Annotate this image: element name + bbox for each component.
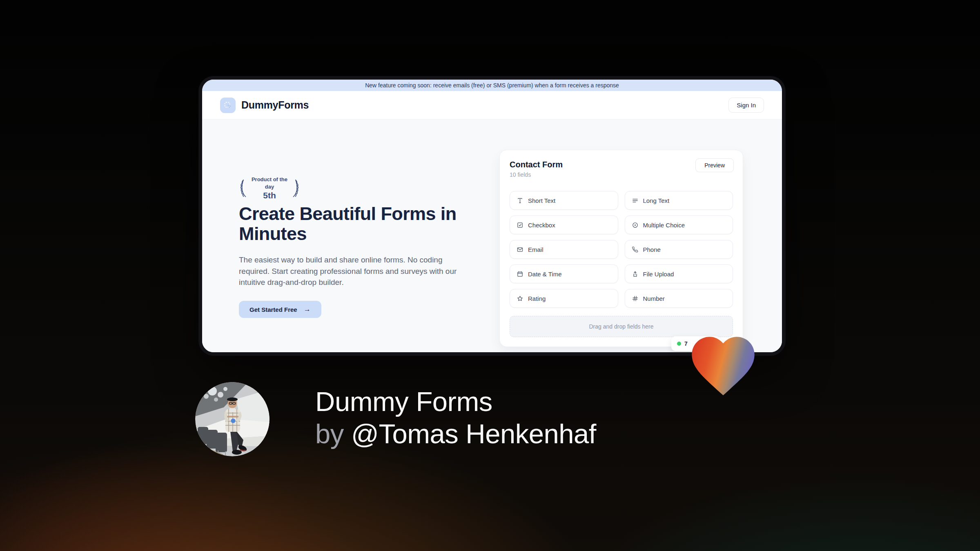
field-type-long-text[interactable]: Long Text [625,191,733,210]
field-type-grid: Short Text Long Text Checkbox Multiple C… [510,191,733,308]
award-line1: Product of the day [252,176,287,190]
sign-in-button[interactable]: Sign In [728,98,764,113]
award-text: Product of the day 5th [249,176,290,200]
upload-icon [632,271,639,278]
product-of-the-day-badge: Product of the day 5th [239,176,300,200]
arrow-right-icon: → [304,305,311,313]
drop-zone-text: Drag and drop fields here [589,323,654,330]
form-builder-card: Contact Form 10 fields Preview Short Tex… [499,150,743,347]
laurel-left-icon [239,179,248,198]
field-type-email[interactable]: Email [510,240,618,259]
browser-window: New feature coming soon: receive emails … [199,76,785,355]
announcement-banner: New feature coming soon: receive emails … [202,80,782,91]
calendar-icon [517,271,523,278]
hero-title: Create Beautiful Forms in Minutes [239,204,472,244]
star-icon [517,295,523,302]
caption-byline: by @Tomas Henkenhaf [315,418,596,450]
hero-description: The easiest way to build and share onlin… [239,254,474,288]
field-type-multiple-choice[interactable]: Multiple Choice [625,216,733,234]
get-started-label: Get Started Free [249,306,297,313]
checkbox-icon [517,222,523,229]
field-type-checkbox[interactable]: Checkbox [510,216,618,234]
field-type-number[interactable]: Number [625,289,733,308]
field-count: 10 fields [510,171,531,178]
green-status-dot-icon [677,342,681,346]
hero-title-line2: Minutes [239,224,472,244]
caption-author: @Tomas Henkenhaf [351,418,596,449]
get-started-button[interactable]: Get Started Free → [239,301,321,318]
field-type-rating[interactable]: Rating [510,289,618,308]
author-avatar [195,382,270,456]
caption-by: by [315,418,351,449]
field-type-phone[interactable]: Phone [625,240,733,259]
site-header: DummyForms Sign In [202,91,782,120]
gradient-heart-icon [683,329,764,404]
laurel-right-icon [291,179,300,198]
form-title: Contact Form [510,160,563,169]
mail-icon [517,246,523,253]
brand-name: DummyForms [241,99,309,111]
field-type-short-text[interactable]: Short Text [510,191,618,210]
hash-icon [632,295,639,302]
page-body: Product of the day 5th Create Beautiful … [202,120,782,352]
caption: Dummy Forms by @Tomas Henkenhaf [315,385,596,450]
align-left-icon [632,197,639,204]
caption-title: Dummy Forms [315,385,596,418]
hero-title-line1: Create Beautiful Forms in [239,204,472,224]
award-line2: 5th [249,191,290,200]
field-type-file-upload[interactable]: File Upload [625,264,733,283]
announcement-text: New feature coming soon: receive emails … [365,82,619,89]
phone-icon [632,246,639,253]
preview-button[interactable]: Preview [695,158,734,172]
brand-logo[interactable]: DummyForms [220,98,309,113]
dashed-selection-cursor-icon [220,98,236,113]
field-type-date-time[interactable]: Date & Time [510,264,618,283]
radio-circle-icon [632,222,639,229]
type-icon [517,197,523,204]
